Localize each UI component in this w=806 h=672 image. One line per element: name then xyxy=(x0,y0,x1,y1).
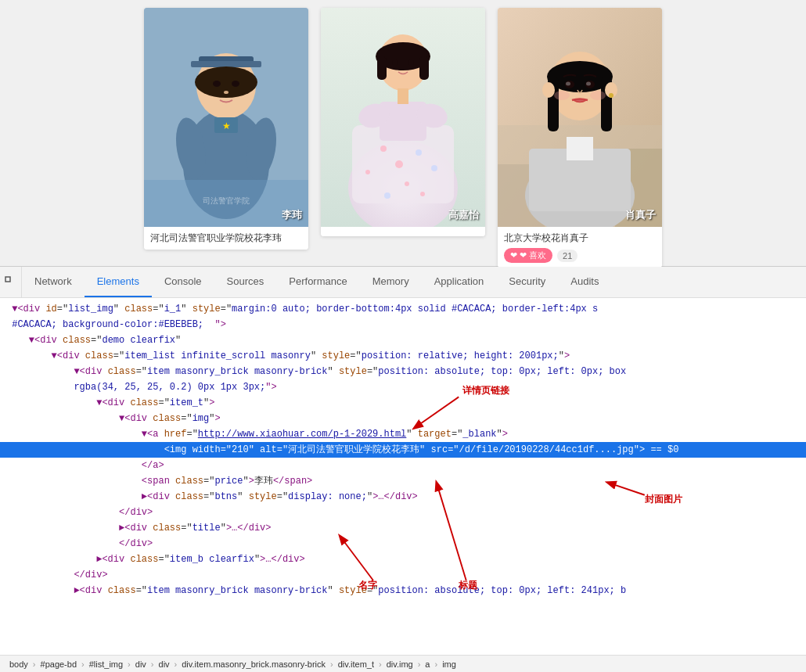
source-line-10[interactable]: <img width="210" alt="河北司法警官职业学院校花李玮" sr… xyxy=(0,442,806,458)
source-line-15[interactable]: ►<div class="title">…</div> xyxy=(0,520,806,536)
html-source[interactable]: ▼<div id="list_img" class="i_1" style="m… xyxy=(0,298,806,602)
tab-memory[interactable]: Memory xyxy=(360,267,422,297)
card-footer-dress xyxy=(321,227,485,236)
breadcrumb-list-img[interactable]: #list_img xyxy=(86,659,126,670)
breadcrumb-img-div[interactable]: div.img xyxy=(383,659,416,670)
image-label-dress: 高嘉怡 xyxy=(448,208,479,222)
svg-point-8 xyxy=(224,91,228,94)
svg-point-22 xyxy=(395,160,403,168)
source-line-2[interactable]: #CACACA; background-color:#EBEBEB; "> xyxy=(0,317,806,332)
devtools-inspect-icon[interactable] xyxy=(0,267,22,298)
image-card-portrait[interactable]: 肖真子 北京大学校花肖真子 ❤ ❤ 喜欢 21 xyxy=(498,8,662,268)
breadcrumb-a[interactable]: a xyxy=(422,659,433,670)
portrait-caption: 北京大学校花肖真子 xyxy=(504,232,656,245)
svg-rect-56 xyxy=(5,277,10,282)
svg-point-34 xyxy=(408,60,414,66)
source-line-6[interactable]: rgba(34, 25, 25, 0.2) 0px 1px 3px;"> xyxy=(0,379,806,395)
svg-point-24 xyxy=(365,170,370,174)
svg-rect-32 xyxy=(419,56,429,80)
source-line-14[interactable]: </div> xyxy=(0,505,806,520)
image-card-dress[interactable]: 高嘉怡 xyxy=(321,8,485,236)
svg-point-27 xyxy=(384,192,390,199)
svg-point-54 xyxy=(554,91,570,100)
svg-point-28 xyxy=(420,192,425,196)
like-count: 21 xyxy=(557,250,578,262)
image-card-police[interactable]: ★ 司法警官学院 李玮 河北司法警官职业学院校花李玮 xyxy=(144,8,308,250)
breadcrumb-div1[interactable]: div xyxy=(132,659,149,670)
source-line-19[interactable]: ►<div class="item masonry_brick masonry-… xyxy=(0,583,806,598)
tab-audits[interactable]: Audits xyxy=(558,267,611,297)
tab-performance[interactable]: Performance xyxy=(276,267,359,297)
tab-application[interactable]: Application xyxy=(422,267,497,297)
svg-rect-31 xyxy=(377,56,387,80)
source-line-13[interactable]: ►<div class="btns" style="display: none;… xyxy=(0,489,806,505)
image-dress: 高嘉怡 xyxy=(321,8,485,227)
portrait-image-svg xyxy=(498,8,662,227)
source-line-12[interactable]: <span class="price">李玮</span> xyxy=(0,473,806,489)
portrait-actions: ❤ ❤ 喜欢 21 xyxy=(504,248,656,263)
breadcrumb-page-bd[interactable]: #page-bd xyxy=(38,659,81,670)
tab-security[interactable]: Security xyxy=(496,267,558,297)
card-footer-portrait: 北京大学校花肖真子 ❤ ❤ 喜欢 21 xyxy=(498,227,662,268)
svg-point-23 xyxy=(416,149,422,156)
tab-sources[interactable]: Sources xyxy=(214,267,277,297)
source-line-9[interactable]: ▼<a href="http://www.xiaohuar.com/p-1-20… xyxy=(0,426,806,442)
image-portrait: 肖真子 xyxy=(498,8,662,227)
svg-point-53 xyxy=(586,82,591,86)
tab-console[interactable]: Console xyxy=(152,267,214,297)
source-line-8[interactable]: ▼<div class="img"> xyxy=(0,411,806,426)
source-line-7[interactable]: ▼<div class="item_t"> xyxy=(0,395,806,411)
image-police: ★ 司法警官学院 李玮 xyxy=(144,8,308,227)
source-line-3[interactable]: ▼<div class="demo clearfix" xyxy=(0,332,806,348)
source-line-4[interactable]: ▼<div class="item_list infinite_scroll m… xyxy=(0,348,806,364)
browser-content-area: ★ 司法警官学院 李玮 河北司法警官职业学院校花李玮 xyxy=(0,0,806,266)
devtools-tabs: Network Elements Console Sources Perform… xyxy=(22,267,611,297)
svg-point-47 xyxy=(542,82,555,98)
svg-rect-35 xyxy=(398,88,408,104)
breadcrumb-item-div[interactable]: div.item.masonry_brick.masonry-brick xyxy=(178,659,329,670)
source-line-11[interactable]: </a> xyxy=(0,458,806,473)
card-caption-police: 河北司法警官职业学院校花李玮 xyxy=(150,232,282,243)
svg-rect-4 xyxy=(191,61,261,67)
svg-rect-42 xyxy=(567,137,593,160)
devtools-panel: Network Elements Console Sources Perform… xyxy=(0,266,806,672)
tab-network[interactable]: Network xyxy=(22,267,85,297)
svg-point-6 xyxy=(213,81,221,87)
devtools-toolbar: Network Elements Console Sources Perform… xyxy=(0,267,806,298)
tab-elements[interactable]: Elements xyxy=(85,267,152,297)
like-icon: ❤ xyxy=(510,250,517,261)
image-label-portrait: 肖真子 xyxy=(625,208,656,222)
dress-image-svg xyxy=(321,8,485,227)
svg-point-55 xyxy=(590,91,606,100)
svg-point-49 xyxy=(609,93,613,98)
svg-point-33 xyxy=(392,60,398,66)
svg-point-25 xyxy=(431,165,437,171)
source-line-17[interactable]: ►<div class="item_b clearfix">…</div> xyxy=(0,552,806,567)
breadcrumb-bar: body › #page-bd › #list_img › div › div … xyxy=(0,655,806,672)
svg-point-52 xyxy=(566,82,570,86)
source-line-18[interactable]: </div> xyxy=(0,567,806,583)
like-label: ❤ 喜欢 xyxy=(520,250,546,261)
svg-text:★: ★ xyxy=(222,120,231,131)
svg-point-7 xyxy=(232,81,239,87)
breadcrumb-body[interactable]: body xyxy=(6,659,31,670)
card-footer-police: 河北司法警官职业学院校花李玮 xyxy=(144,227,308,250)
breadcrumb-div2[interactable]: div xyxy=(156,659,173,670)
source-and-annotations: ▼<div id="list_img" class="i_1" style="m… xyxy=(0,298,806,655)
police-image-svg: ★ 司法警官学院 xyxy=(144,8,308,227)
source-line-16[interactable]: </div> xyxy=(0,536,806,552)
svg-text:司法警官学院: 司法警官学院 xyxy=(203,196,250,205)
breadcrumb-item-t[interactable]: div.item_t xyxy=(335,659,377,670)
source-line-1[interactable]: ▼<div id="list_img" class="i_1" style="m… xyxy=(0,301,806,317)
svg-point-26 xyxy=(405,181,409,186)
image-label-police: 李玮 xyxy=(282,208,302,222)
svg-point-21 xyxy=(380,146,387,152)
source-line-5[interactable]: ▼<div class="item masonry_brick masonry-… xyxy=(0,364,806,379)
like-button[interactable]: ❤ ❤ 喜欢 xyxy=(504,248,552,263)
breadcrumb-img[interactable]: img xyxy=(439,659,459,670)
